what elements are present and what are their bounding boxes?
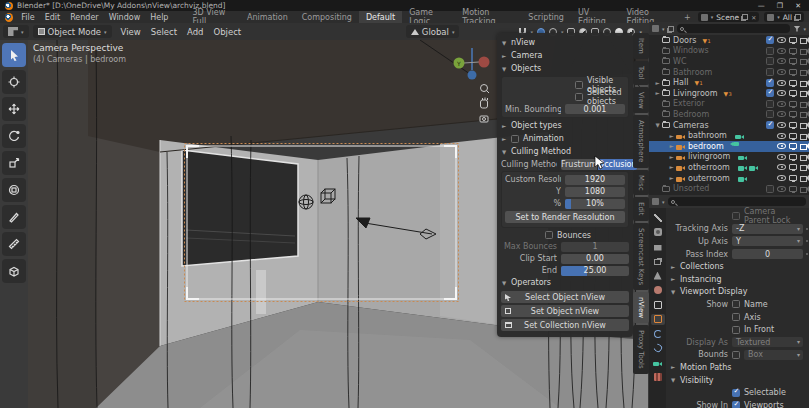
selectable-checkbox[interactable] <box>732 389 740 397</box>
transform-tool-button[interactable] <box>2 178 26 202</box>
viewport-disable-icon[interactable] <box>789 69 797 75</box>
scale-tool-button[interactable] <box>2 151 26 175</box>
render-disable-icon[interactable] <box>800 69 809 75</box>
expand-icon[interactable]: ► <box>667 154 676 160</box>
sidebar-tab-edit[interactable]: Edit <box>633 197 649 221</box>
resolution-y-field[interactable]: 1080 <box>565 187 625 197</box>
operators-section-header[interactable]: ▼Operators <box>501 276 629 289</box>
render-disable-icon[interactable] <box>800 90 809 96</box>
render-disable-icon[interactable] <box>800 164 809 170</box>
tab-game-logic[interactable]: Game Logic <box>402 11 455 23</box>
filter-icon[interactable] <box>793 26 800 32</box>
viewport-disable-icon[interactable] <box>789 143 797 149</box>
render-disable-icon[interactable] <box>800 122 809 128</box>
outliner-row-hall[interactable]: ►Hall▼1 <box>649 77 809 88</box>
tab-view-layer[interactable] <box>651 256 665 267</box>
motion-paths-section-header[interactable]: ►Motion Paths <box>666 361 809 374</box>
hide-eye-icon[interactable] <box>777 154 786 160</box>
tab-constraints[interactable] <box>651 328 665 339</box>
menu-render[interactable]: Render <box>65 11 103 23</box>
hide-eye-icon[interactable] <box>777 37 786 43</box>
exclude-checkbox[interactable] <box>766 36 774 44</box>
mode-selector[interactable]: Object Mode ▾ <box>33 25 112 38</box>
render-disable-icon[interactable] <box>800 175 809 181</box>
viewport-disable-icon[interactable] <box>789 154 797 160</box>
set-object-nview-button[interactable]: Set Object nView <box>501 305 629 317</box>
show-axis-checkbox[interactable] <box>732 313 740 321</box>
move-tool-button[interactable] <box>2 97 26 121</box>
outliner-row-camera-livingroom[interactable]: ►livingroom <box>649 152 809 163</box>
selected-objects-checkbox[interactable] <box>575 93 583 101</box>
select-object-nview-button[interactable]: Select Object nView <box>501 291 629 303</box>
objects-section-header[interactable]: ▼Objects <box>501 62 629 75</box>
sidebar-tab-screencast-keys[interactable]: Screencast Keys <box>633 223 649 290</box>
exclude-checkbox[interactable] <box>766 110 774 118</box>
minimize-button[interactable]: — <box>758 2 765 10</box>
pass-index-field[interactable]: 0 <box>732 249 803 259</box>
outliner-editor-icon[interactable] <box>652 25 659 32</box>
exclude-checkbox[interactable] <box>766 185 774 193</box>
expand-icon[interactable]: ► <box>667 133 676 139</box>
expand-icon[interactable]: ► <box>653 80 662 86</box>
outliner-row-doors[interactable]: Doors▼1 <box>649 35 809 46</box>
min-bounding-field[interactable]: 0.001 <box>565 104 625 114</box>
visibility-section-header[interactable]: ▼Visibility <box>666 374 809 387</box>
outliner-row-camera-bedroom[interactable]: ►bedroom <box>649 141 809 152</box>
hide-eye-icon[interactable] <box>777 58 786 64</box>
tab-compositing[interactable]: Compositing <box>295 11 359 23</box>
hide-eye-icon[interactable] <box>777 101 786 107</box>
render-disable-icon[interactable] <box>800 37 809 43</box>
render-disable-icon[interactable] <box>800 80 809 86</box>
outliner-row-bathroom-col[interactable]: Bathroom <box>649 67 809 78</box>
render-disable-icon[interactable] <box>800 154 809 160</box>
viewport-disable-icon[interactable] <box>789 133 797 139</box>
viewport-disable-icon[interactable] <box>789 80 797 86</box>
tab-collection[interactable] <box>651 299 665 310</box>
clip-end-slider[interactable]: 25.00 <box>561 266 629 276</box>
collections-section-header[interactable]: ►Collections <box>666 260 809 273</box>
hide-eye-icon[interactable] <box>777 69 786 75</box>
max-bounces-field[interactable]: 1 <box>561 242 629 252</box>
expand-icon[interactable]: ► <box>667 175 676 181</box>
outliner-row-camera-bathroom[interactable]: ►bathroom <box>649 130 809 141</box>
hide-eye-icon[interactable] <box>777 133 786 139</box>
outliner-search-input[interactable] <box>677 24 791 33</box>
render-disable-icon[interactable] <box>800 111 809 117</box>
culling-section-header[interactable]: ▼Culling Method <box>501 145 629 158</box>
close-button[interactable]: ✕ <box>795 2 801 10</box>
tab-scripting[interactable]: Scripting <box>521 11 571 23</box>
resolution-percent-slider[interactable]: 10% <box>565 199 625 209</box>
menu-help[interactable]: Help <box>145 11 173 23</box>
tab-texture[interactable] <box>651 372 665 383</box>
animate-dot-icon[interactable] <box>806 240 808 242</box>
hide-eye-icon[interactable] <box>777 175 786 181</box>
viewport-disable-icon[interactable] <box>789 164 797 170</box>
hide-eye-icon[interactable] <box>777 122 786 128</box>
expand-icon[interactable]: ► <box>667 143 676 149</box>
sidebar-tab-nview[interactable]: nView <box>633 292 649 323</box>
hide-eye-icon[interactable] <box>777 164 786 170</box>
add-cube-tool-button[interactable] <box>2 259 26 283</box>
render-disable-icon[interactable] <box>800 101 809 107</box>
exclude-checkbox[interactable] <box>766 68 774 76</box>
tab-default[interactable]: Default <box>359 11 402 23</box>
tab-world[interactable] <box>651 285 665 296</box>
tab-object-data[interactable] <box>651 357 665 368</box>
tab-animation[interactable]: Animation <box>240 11 295 23</box>
hide-eye-icon[interactable] <box>777 80 786 86</box>
render-disable-icon[interactable] <box>800 143 809 149</box>
hide-eye-icon[interactable] <box>777 143 786 149</box>
outliner-row-windows[interactable]: Windows <box>649 46 809 57</box>
render-disable-icon[interactable] <box>800 58 809 64</box>
properties-search-input[interactable] <box>668 197 806 206</box>
exclude-checkbox[interactable] <box>766 121 774 129</box>
outliner-row-exterior[interactable]: Exterior <box>649 99 809 110</box>
outliner-row-cameras[interactable]: ▼Cameras <box>649 120 809 131</box>
hide-eye-icon[interactable] <box>777 186 786 192</box>
outliner-row-unsorted[interactable]: Unsorted <box>649 183 809 194</box>
collapse-icon[interactable]: ▼ <box>653 122 662 128</box>
display-mode-icon[interactable] <box>668 26 674 32</box>
viewport-disable-icon[interactable] <box>789 90 797 96</box>
tab-scene[interactable] <box>651 270 665 281</box>
tab-3d-view-full[interactable]: 3D View Full <box>185 11 240 23</box>
